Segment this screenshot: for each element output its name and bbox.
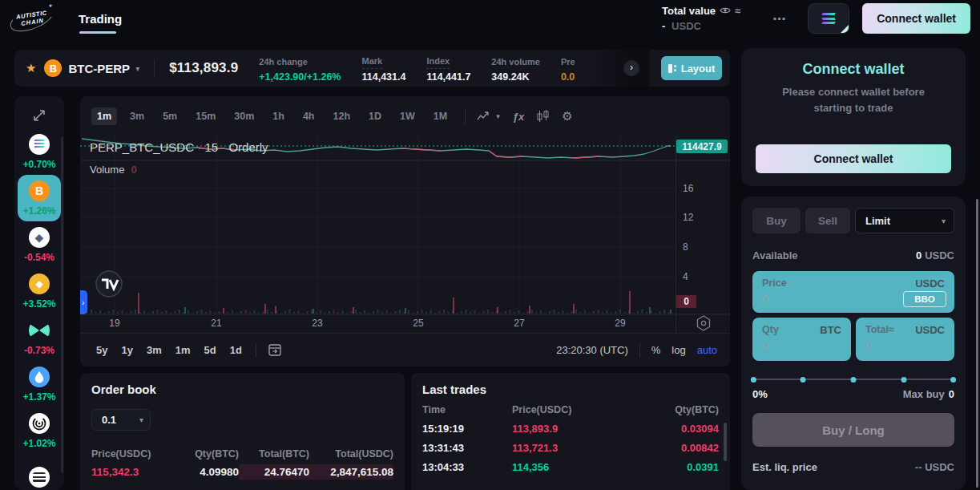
range-1y[interactable]: 1y: [121, 344, 132, 356]
market-symbol[interactable]: BTC-PERP: [68, 62, 130, 75]
svg-text:12: 12: [683, 212, 694, 223]
order-book-header-3: Total(USDC): [309, 448, 393, 460]
bbo-toggle[interactable]: BBO: [903, 291, 946, 307]
scale-auto-button[interactable]: auto: [697, 344, 717, 356]
timeframe-4h[interactable]: 4h: [297, 107, 321, 125]
est-liq-row: Est. liq. price -- USDC: [752, 461, 954, 473]
timeframe-12h[interactable]: 12h: [327, 107, 356, 125]
slider-dot-50[interactable]: [851, 377, 857, 383]
overflow-menu-icon[interactable]: ⋯: [772, 11, 787, 26]
sidebar-item-btc[interactable]: B+1.26%: [18, 175, 61, 221]
timeframe-1m[interactable]: 1m: [91, 107, 117, 125]
slider-dot-100[interactable]: [950, 377, 956, 383]
sidebar-item-bnb[interactable]: ◆+3.52%: [14, 268, 64, 314]
sidebar-item-token-spiral[interactable]: +1.02%: [14, 407, 64, 454]
range-5d[interactable]: 5d: [204, 344, 216, 356]
app-logo[interactable]: ✦ AUTISTIC CHAIN: [10, 8, 54, 28]
timeframe-1h[interactable]: 1h: [267, 107, 290, 125]
range-3m[interactable]: 3m: [147, 344, 162, 356]
stat-value: 114,441.7: [426, 71, 470, 84]
range-5y[interactable]: 5y: [96, 344, 107, 356]
price-chart[interactable]: 161284192123252729114427.90› PERP_BTC_US…: [80, 136, 730, 333]
last-trades-scrollbar[interactable]: [724, 423, 727, 461]
sol-coin-icon: [29, 134, 50, 155]
timeframe-30m[interactable]: 30m: [228, 107, 260, 125]
scale-log-button[interactable]: log: [671, 344, 685, 356]
tradingview-logo: [96, 271, 122, 297]
timeframe-1D[interactable]: 1D: [363, 107, 387, 125]
range-1m[interactable]: 1m: [175, 344, 191, 356]
eye-icon[interactable]: [720, 6, 731, 14]
axis-settings-icon[interactable]: [698, 316, 710, 330]
sell-tab[interactable]: Sell: [805, 208, 850, 233]
chart-clock[interactable]: 23:20:30 (UTC): [556, 344, 628, 356]
stat-label: Index: [426, 56, 450, 69]
timeframe-3m[interactable]: 3m: [124, 107, 150, 125]
network-selector-solana[interactable]: [808, 3, 849, 34]
trade-row[interactable]: 13:31:43113,721.30.00842: [422, 442, 719, 454]
quantity-input[interactable]: Qty 0 BTC: [752, 318, 851, 361]
quantity-slider[interactable]: [752, 374, 954, 385]
total-value-label: Total value: [662, 3, 716, 19]
symbol-caret-down-icon[interactable]: ▾: [135, 64, 139, 73]
max-buy-value: 0: [949, 388, 954, 400]
connect-wallet-button[interactable]: Connect wallet: [756, 144, 951, 173]
trade-row[interactable]: 15:19:19113,893.90.03094: [422, 423, 719, 435]
sidebar-item-sui[interactable]: +1.37%: [14, 361, 64, 407]
chart-side-expand-pill[interactable]: ›: [80, 290, 87, 314]
order-book-title: Order book: [91, 383, 393, 396]
price-input[interactable]: Price 0 USDC BBO: [752, 271, 954, 313]
expand-sidebar-icon[interactable]: [31, 107, 47, 124]
connect-wallet-button-top[interactable]: Connect wallet: [862, 3, 970, 34]
sidebar-item-token-bowtie[interactable]: -0.73%: [14, 314, 64, 361]
buy-tab[interactable]: Buy: [752, 208, 801, 233]
layout-button[interactable]: Layout: [661, 56, 722, 80]
range-1d[interactable]: 1d: [230, 344, 242, 356]
favorite-star-icon[interactable]: ★: [26, 61, 36, 75]
nav-tab-trading[interactable]: Trading: [79, 0, 122, 37]
order-book-row[interactable]: 115,342.34.0998024.764702,847,615.08: [91, 466, 393, 478]
chart-settings-gear-icon[interactable]: ⚙: [562, 109, 572, 124]
indicator-trend-icon[interactable]: ▾: [477, 111, 500, 122]
available-label: Available: [752, 249, 798, 261]
go-to-date-calendar-icon[interactable]: [268, 342, 283, 358]
trade-row[interactable]: 13:04:33114,3560.0391: [422, 461, 719, 473]
candles-style-icon[interactable]: [537, 110, 549, 123]
svg-text:8: 8: [683, 241, 688, 253]
caret-down-icon: ▾: [139, 415, 143, 424]
timeframe-15m[interactable]: 15m: [190, 107, 221, 125]
timeframe-1M[interactable]: 1M: [428, 107, 453, 125]
market-stat-index: Index114,441.7: [426, 52, 470, 83]
slider-dot-0[interactable]: [751, 377, 756, 383]
chart-canvas[interactable]: 161284192123252729114427.90›: [80, 136, 730, 333]
stat-label: Mark: [362, 56, 383, 69]
ask-total-usdc: 2,847,615.08: [309, 466, 393, 478]
tick-size-dropdown[interactable]: 0.1 ▾: [91, 409, 151, 431]
slider-dot-75[interactable]: [901, 377, 907, 383]
sidebar-item-sol[interactable]: +0.70%: [14, 128, 64, 175]
sidebar-item-token-stripes[interactable]: [14, 454, 64, 490]
sidebar-scrollbar[interactable]: [61, 136, 63, 473]
total-input[interactable]: Total≈ 0 USDC: [856, 318, 954, 361]
stat-label: Pre: [561, 57, 575, 68]
available-currency: USDC: [925, 249, 954, 261]
timeframe-1W[interactable]: 1W: [394, 107, 421, 125]
stat-value: 0.0: [561, 71, 588, 84]
slider-labels: 0% Max buy0: [752, 388, 954, 400]
order-book-headers: Price(USDC)Qty(BTC)Total(BTC)Total(USDC): [91, 448, 393, 460]
ask-price: 115,342.3: [91, 466, 168, 478]
scale-percent-button[interactable]: %: [651, 344, 661, 356]
sidebar-item-eth[interactable]: ◆-0.54%: [14, 221, 64, 268]
stats-scroll-chevron[interactable]: ›: [623, 60, 639, 76]
last-trades-headers: TimePrice(USDC)Qty(BTC): [422, 404, 719, 415]
total-input-value: 0: [865, 339, 945, 352]
page-scrollbar[interactable]: [976, 199, 978, 488]
order-type-dropdown[interactable]: Limit ▾: [855, 208, 954, 233]
slider-dot-25[interactable]: [801, 377, 806, 383]
buy-long-submit-button[interactable]: Buy / Long: [752, 413, 954, 447]
timeframe-5m[interactable]: 5m: [157, 107, 183, 125]
est-liq-currency: USDC: [925, 461, 954, 473]
caret-down-icon: ▾: [496, 112, 500, 120]
fx-indicators-icon[interactable]: ƒx: [513, 111, 524, 123]
stat-value: +1,423.90/+1.26%: [259, 71, 341, 84]
